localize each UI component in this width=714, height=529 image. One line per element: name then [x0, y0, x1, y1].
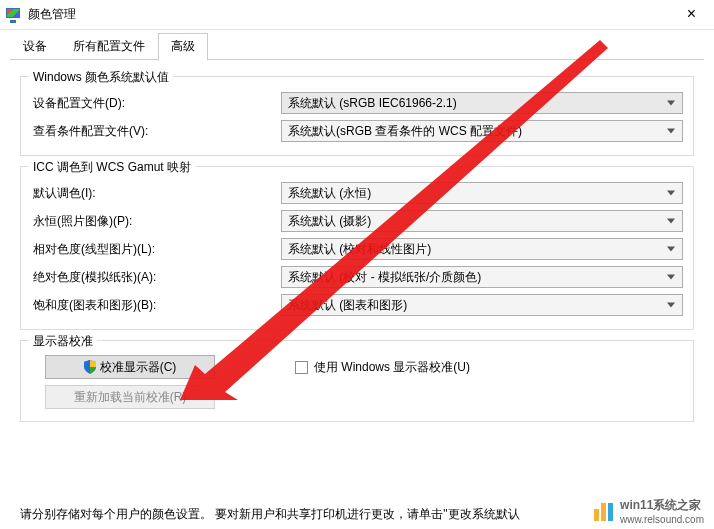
combo-device-profile-value: 系统默认 (sRGB IEC61966-2.1): [288, 95, 457, 112]
combo-viewing-profile-value: 系统默认(sRGB 查看条件的 WCS 配置文件): [288, 123, 522, 140]
use-windows-calibration-label: 使用 Windows 显示器校准(U): [314, 359, 470, 376]
watermark-logo-icon: [594, 501, 614, 521]
label-default-intent: 默认调色(I):: [31, 185, 281, 202]
tab-all-profiles[interactable]: 所有配置文件: [60, 33, 158, 60]
calibrate-display-label: 校准显示器(C): [100, 359, 177, 376]
combo-relative-value: 系统默认 (校对和线性图片): [288, 241, 431, 258]
calibrate-display-button[interactable]: 校准显示器(C): [45, 355, 215, 379]
combo-default-intent-value: 系统默认 (永恒): [288, 185, 371, 202]
tab-content-advanced: Windows 颜色系统默认值 设备配置文件(D): 系统默认 (sRGB IE…: [0, 60, 714, 529]
group-legend-defaults: Windows 颜色系统默认值: [29, 69, 173, 86]
watermark: win11系统之家 www.relsound.com: [594, 497, 704, 525]
combo-saturation-value: 系统默认 (图表和图形): [288, 297, 407, 314]
label-viewing-profile: 查看条件配置文件(V):: [31, 123, 281, 140]
reload-calibration-button: 重新加载当前校准(R): [45, 385, 215, 409]
label-perceptual: 永恒(照片图像)(P):: [31, 213, 281, 230]
app-icon: [6, 7, 22, 23]
combo-default-intent[interactable]: 系统默认 (永恒): [281, 182, 683, 204]
label-relative: 相对色度(线型图片)(L):: [31, 241, 281, 258]
footer-hint-text: 请分别存储对每个用户的颜色设置。 要对新用户和共享打印机进行更改，请单击"更改系…: [20, 506, 694, 523]
watermark-brand: win11系统之家: [620, 497, 704, 514]
reload-calibration-label: 重新加载当前校准(R): [74, 389, 187, 406]
label-device-profile: 设备配置文件(D):: [31, 95, 281, 112]
uac-shield-icon: [84, 360, 96, 374]
combo-device-profile[interactable]: 系统默认 (sRGB IEC61966-2.1): [281, 92, 683, 114]
combo-saturation[interactable]: 系统默认 (图表和图形): [281, 294, 683, 316]
combo-viewing-profile[interactable]: 系统默认(sRGB 查看条件的 WCS 配置文件): [281, 120, 683, 142]
combo-perceptual-value: 系统默认 (摄影): [288, 213, 371, 230]
tab-strip: 设备 所有配置文件 高级: [0, 30, 714, 60]
group-windows-color-defaults: Windows 颜色系统默认值 设备配置文件(D): 系统默认 (sRGB IE…: [20, 76, 694, 156]
checkbox-box-icon: [295, 361, 308, 374]
titlebar: 颜色管理 ×: [0, 0, 714, 30]
combo-perceptual[interactable]: 系统默认 (摄影): [281, 210, 683, 232]
group-legend-icc: ICC 调色到 WCS Gamut 映射: [29, 159, 195, 176]
group-icc-wcs-mapping: ICC 调色到 WCS Gamut 映射 默认调色(I): 系统默认 (永恒) …: [20, 166, 694, 330]
tab-advanced[interactable]: 高级: [158, 33, 208, 61]
use-windows-calibration-checkbox[interactable]: 使用 Windows 显示器校准(U): [295, 359, 470, 376]
tab-devices[interactable]: 设备: [10, 33, 60, 60]
label-saturation: 饱和度(图表和图形)(B):: [31, 297, 281, 314]
close-button[interactable]: ×: [669, 0, 714, 30]
label-absolute: 绝对色度(模拟纸张)(A):: [31, 269, 281, 286]
combo-relative[interactable]: 系统默认 (校对和线性图片): [281, 238, 683, 260]
group-legend-calibration: 显示器校准: [29, 333, 97, 350]
combo-absolute[interactable]: 系统默认 (校对 - 模拟纸张/介质颜色): [281, 266, 683, 288]
combo-absolute-value: 系统默认 (校对 - 模拟纸张/介质颜色): [288, 269, 481, 286]
group-display-calibration: 显示器校准 校准显示器(C) 使用 Windows 显示器校准(U) 重新加载当…: [20, 340, 694, 422]
window-title: 颜色管理: [28, 6, 76, 23]
watermark-url: www.relsound.com: [620, 514, 704, 525]
